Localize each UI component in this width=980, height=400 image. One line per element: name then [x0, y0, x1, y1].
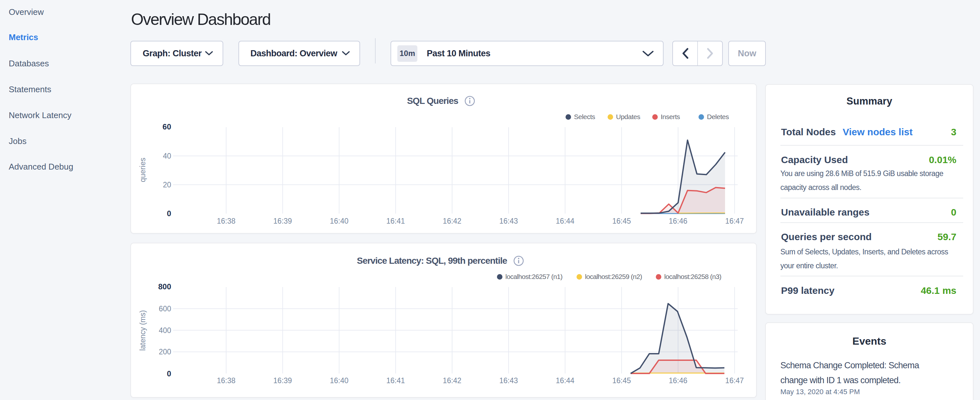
- svg-text:16:47: 16:47: [725, 376, 744, 385]
- svg-text:16:39: 16:39: [274, 217, 292, 225]
- svg-text:16:43: 16:43: [499, 376, 518, 385]
- svg-text:16:40: 16:40: [330, 376, 348, 385]
- svg-text:16:45: 16:45: [612, 217, 631, 225]
- svg-text:16:40: 16:40: [330, 217, 348, 225]
- svg-text:40: 40: [163, 152, 171, 160]
- svg-text:16:44: 16:44: [556, 217, 574, 225]
- svg-text:0: 0: [167, 369, 171, 378]
- svg-text:16:47: 16:47: [725, 217, 744, 225]
- svg-text:16:45: 16:45: [612, 376, 631, 385]
- svg-text:16:43: 16:43: [499, 217, 518, 225]
- svg-text:16:39: 16:39: [274, 376, 292, 385]
- svg-text:16:42: 16:42: [443, 217, 462, 225]
- svg-text:60: 60: [162, 122, 171, 131]
- svg-text:0: 0: [167, 209, 171, 218]
- svg-text:16:38: 16:38: [217, 376, 235, 385]
- svg-text:latency (ms): latency (ms): [138, 310, 147, 351]
- svg-text:16:42: 16:42: [443, 376, 462, 385]
- svg-text:20: 20: [163, 180, 171, 189]
- svg-text:16:41: 16:41: [386, 217, 405, 225]
- svg-text:400: 400: [159, 326, 171, 335]
- svg-text:queries: queries: [138, 158, 147, 182]
- svg-text:16:46: 16:46: [669, 217, 687, 225]
- svg-text:600: 600: [159, 304, 171, 313]
- svg-text:200: 200: [159, 347, 171, 356]
- svg-text:800: 800: [158, 282, 171, 291]
- svg-text:16:38: 16:38: [217, 217, 235, 225]
- svg-text:16:41: 16:41: [386, 376, 405, 385]
- svg-text:16:46: 16:46: [669, 376, 687, 385]
- svg-text:16:44: 16:44: [556, 376, 574, 385]
